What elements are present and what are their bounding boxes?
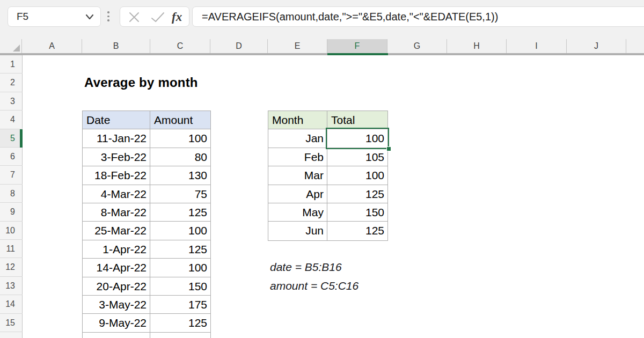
amount-cell[interactable]: 80 [150,148,210,166]
date-cell[interactable]: 14-Apr-22 [83,259,150,276]
column-header-h[interactable]: H [447,39,507,53]
amount-cell[interactable]: 175 [150,296,210,313]
row-header-2[interactable]: 2 [0,74,23,92]
amount-header-cell[interactable]: Amount [150,111,210,129]
total-header-cell[interactable]: Total [327,111,387,129]
column-header-c[interactable]: C [150,39,210,53]
column-header-f-selected[interactable]: F [327,39,387,53]
range-annotation-amount[interactable]: amount = C5:C16 [270,277,358,295]
amount-cell[interactable]: 100 [150,222,210,239]
chevron-down-icon[interactable] [85,13,94,20]
row-header-11[interactable]: 11 [0,240,23,258]
row-number: 11 [6,244,15,253]
month-cell[interactable]: Apr [268,185,327,203]
date-cell[interactable] [83,333,150,338]
date-cell[interactable]: 8-Mar-22 [83,203,150,221]
total-cell-selected[interactable]: 100 [327,129,387,147]
date-cell[interactable]: 1-Apr-22 [83,240,150,258]
row-header-3[interactable]: 3 [0,92,23,111]
formula-toolbar: F5 fx =AVERAGEIFS(amount,date,">="&E5,da… [0,0,644,33]
row-header-12[interactable]: 12 [0,258,23,276]
formula-buttons-group: fx [120,6,189,27]
column-headers: A B C D E F G H I J [0,39,644,53]
date-cell[interactable]: 11-Jan-22 [83,129,150,147]
column-letter: H [473,41,480,50]
row-header-1[interactable]: 1 [0,55,23,74]
month-cell[interactable]: May [268,203,327,221]
month-cell[interactable]: Jan [268,129,327,147]
row-header-14[interactable]: 14 [0,295,23,313]
enter-icon[interactable] [150,11,165,24]
amount-cell[interactable]: 100 [150,259,210,276]
row-number: 5 [10,134,15,143]
column-letter: G [414,41,420,50]
total-cell[interactable]: 150 [327,203,387,221]
row-number: 15 [5,318,15,327]
total-cell[interactable]: 125 [327,185,387,203]
row-header-5-selected[interactable]: 5 [0,129,23,148]
row-number: 3 [10,97,15,106]
table-row: 3-May-22 175 [83,296,210,314]
row-header-4[interactable]: 4 [0,111,23,129]
column-letter: B [113,41,119,50]
date-amount-table: Date Amount 11-Jan-22 100 3-Feb-22 80 18… [82,111,211,338]
date-cell[interactable]: 9-May-22 [83,314,150,332]
row-header-13[interactable]: 13 [0,277,23,295]
amount-cell[interactable]: 100 [150,129,210,147]
column-header-i[interactable]: I [507,39,567,53]
row-header-7[interactable]: 7 [0,166,23,184]
amount-cell[interactable]: 125 [150,314,210,332]
column-letter: E [295,41,301,50]
row-header-16-partial[interactable] [0,332,23,338]
column-header-a[interactable]: A [22,39,82,53]
amount-cell[interactable]: 75 [150,185,210,203]
row-number: 7 [10,170,15,179]
row-header-9[interactable]: 9 [0,203,23,221]
amount-cell[interactable]: 125 [150,203,210,221]
insert-function-icon[interactable]: fx [172,8,182,26]
drag-handle-icon [107,11,109,24]
row-header-10[interactable]: 10 [0,222,23,240]
table-row: Feb 105 [268,148,387,166]
select-all-corner[interactable] [0,39,22,53]
date-cell[interactable]: 20-Apr-22 [83,277,150,295]
row-number: 12 [5,262,15,271]
month-cell[interactable]: Jun [268,222,327,240]
date-header-cell[interactable]: Date [83,111,150,129]
table-row: Jan 100 [268,129,387,148]
column-letter: D [236,41,242,50]
name-box[interactable]: F5 [8,6,101,27]
date-cell[interactable]: 18-Feb-22 [83,166,150,184]
range-annotation-date[interactable]: date = B5:B16 [270,258,342,276]
column-header-g[interactable]: G [387,39,447,53]
month-cell[interactable]: Feb [268,148,327,166]
formula-text: =AVERAGEIFS(amount,date,">="&E5,date,"<"… [202,7,498,26]
table-row: Apr 125 [268,185,387,203]
date-cell[interactable]: 3-May-22 [83,296,150,313]
column-letter: F [355,41,360,50]
column-header-j[interactable]: J [567,39,626,53]
total-cell[interactable]: 100 [327,166,387,184]
row-number: 1 [10,60,15,69]
row-header-8[interactable]: 8 [0,185,23,203]
row-header-15[interactable]: 15 [0,314,23,332]
date-cell[interactable]: 25-Mar-22 [83,222,150,239]
month-header-cell[interactable]: Month [268,111,327,129]
total-cell[interactable]: 105 [327,148,387,166]
month-cell[interactable]: Mar [268,166,327,184]
fill-handle[interactable] [386,146,391,151]
amount-cell[interactable]: 125 [150,240,210,258]
amount-cell[interactable]: 130 [150,166,210,184]
column-header-d[interactable]: D [210,39,268,53]
column-header-b[interactable]: B [82,39,150,53]
formula-bar[interactable]: =AVERAGEIFS(amount,date,">="&E5,date,"<"… [192,6,644,27]
date-cell[interactable]: 3-Feb-22 [83,148,150,166]
amount-cell[interactable] [150,333,210,338]
table-row: 4-Mar-22 75 [83,185,210,203]
total-cell[interactable]: 125 [327,222,387,240]
row-header-6[interactable]: 6 [0,148,23,166]
column-header-e[interactable]: E [268,39,327,53]
amount-cell[interactable]: 150 [150,277,210,295]
date-cell[interactable]: 4-Mar-22 [83,185,150,203]
cancel-icon[interactable] [128,11,141,24]
